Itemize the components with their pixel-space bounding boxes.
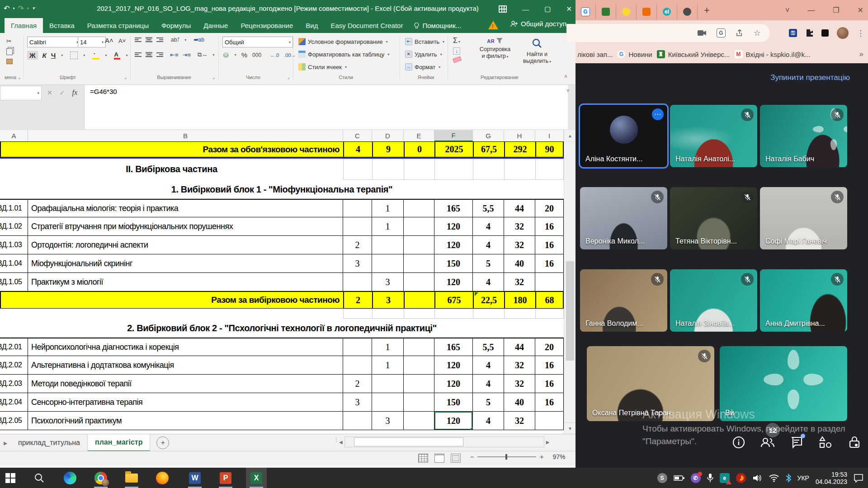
- cell-C[interactable]: [343, 273, 372, 291]
- font-name-select[interactable]: Calibri▾: [27, 37, 80, 47]
- cell-F[interactable]: 120: [434, 356, 473, 375]
- cell-H[interactable]: 44: [504, 338, 535, 356]
- cell-I[interactable]: [535, 412, 564, 430]
- cell-B[interactable]: Сенсорно-інтегративна терапія: [28, 393, 343, 412]
- browser-minimize-button[interactable]: —: [807, 6, 815, 14]
- section-title[interactable]: II. Вибіркова частина: [0, 159, 343, 180]
- cell-H[interactable]: 44: [504, 199, 535, 217]
- cell-B[interactable]: Міофункціональний скринінг: [28, 254, 343, 273]
- orientation-icon[interactable]: ab⤴: [171, 37, 179, 43]
- cell-I[interactable]: 68: [535, 292, 564, 308]
- sheet-row-10[interactable]: 2. Вибірковий блок 2 - "Псхологічні техн…: [0, 319, 564, 338]
- cancel-formula-icon[interactable]: ✕: [47, 89, 52, 96]
- tab-vstavka[interactable]: Вставка: [43, 18, 81, 33]
- cell-H[interactable]: 40: [504, 393, 535, 412]
- cell-C[interactable]: [343, 412, 372, 430]
- cell-E[interactable]: [404, 254, 434, 273]
- bookmark-item-2[interactable]: ♜Київський Універс...: [657, 50, 730, 58]
- cell-D[interactable]: [372, 254, 404, 273]
- normal-view-icon[interactable]: [418, 454, 428, 463]
- browser-menu-chevron-icon[interactable]: ˅: [785, 6, 789, 14]
- participant-tile-7[interactable]: Наталія Зіновіїв...: [670, 269, 757, 332]
- cell-D[interactable]: 3: [372, 292, 404, 308]
- page-layout-view-icon[interactable]: [434, 454, 444, 463]
- cell-C[interactable]: [343, 199, 372, 217]
- block-title[interactable]: 1. Вибірковий блок 1 - "Міофункціональна…: [0, 180, 564, 199]
- merge-center-icon[interactable]: ⧉↔: [198, 51, 208, 58]
- cell-E[interactable]: [404, 375, 434, 393]
- vertical-scroll-thumb[interactable]: [566, 261, 574, 361]
- browser-close-button[interactable]: ✕: [858, 6, 863, 14]
- format-as-table-button[interactable]: Форматировать как таблицу▾: [298, 51, 389, 58]
- fill-color-icon[interactable]: ◔: [92, 51, 99, 60]
- cell-G[interactable]: 67,5: [473, 142, 504, 157]
- sheet-row-11[interactable]: ВД.2.01Нейропсихологічна діагностика і к…: [0, 338, 564, 356]
- sheet-row-13[interactable]: ВД.2.03Методи поведінкової терапії212043…: [0, 375, 564, 393]
- column-header-I[interactable]: I: [535, 130, 564, 141]
- skype-tray-icon[interactable]: S: [657, 473, 667, 483]
- cell-G[interactable]: 4: [473, 217, 504, 236]
- align-bottom-icon[interactable]: [156, 37, 163, 43]
- cell-F[interactable]: [434, 309, 473, 319]
- insert-function-icon[interactable]: fx: [72, 89, 77, 97]
- cell-A[interactable]: ВД.1.04: [0, 254, 28, 273]
- cell-A[interactable]: ВД.1.01: [0, 199, 28, 217]
- bookmark-item-1[interactable]: GНовини: [617, 50, 652, 58]
- activities-icon[interactable]: [818, 435, 833, 450]
- block-title[interactable]: 2. Вибірковий блок 2 - "Псхологічні техн…: [0, 319, 564, 338]
- viber-tray-icon[interactable]: ✆: [691, 473, 701, 483]
- cell-H[interactable]: [504, 159, 535, 180]
- cell-H[interactable]: 32: [504, 273, 535, 291]
- align-right-icon[interactable]: [156, 52, 163, 58]
- scroll-down-icon[interactable]: ▼: [564, 422, 576, 434]
- cell-E[interactable]: [404, 236, 434, 254]
- cell-C[interactable]: 3: [343, 254, 372, 273]
- sheet-row-4[interactable]: ВД.1.02Стратегії втручання при міофункці…: [0, 217, 564, 236]
- cell-F[interactable]: [434, 159, 473, 180]
- cut-icon[interactable]: ✂: [6, 38, 13, 45]
- sheet-row-7[interactable]: ВД.1.05Практикум з міології3120432: [0, 273, 564, 291]
- antivirus-tray-icon[interactable]: e: [720, 473, 730, 483]
- cell-B[interactable]: Психологічний практикум: [28, 412, 343, 430]
- cell-E[interactable]: [404, 393, 434, 412]
- cell-C[interactable]: [343, 159, 372, 180]
- clear-icon[interactable]: [453, 56, 462, 63]
- cell-D[interactable]: 1: [372, 199, 404, 217]
- participant-tile-5[interactable]: Софі Марі Ганевіч: [760, 187, 847, 249]
- bookmark-item-3[interactable]: MВхідні - kspkio.il@k...: [735, 50, 811, 58]
- cell-I[interactable]: 20: [535, 199, 564, 217]
- cell-C[interactable]: 2: [343, 292, 372, 308]
- close-button[interactable]: ✕: [566, 5, 572, 13]
- cell-I[interactable]: 16: [535, 393, 564, 412]
- sheet-tab-plan-magistr[interactable]: план_магістр: [88, 434, 150, 451]
- column-header-B[interactable]: B: [28, 130, 343, 141]
- cell-E[interactable]: [404, 159, 434, 180]
- cell-E[interactable]: [404, 217, 434, 236]
- cell-E[interactable]: [404, 338, 434, 356]
- cell-I[interactable]: 90: [535, 142, 564, 157]
- participant-tile-4[interactable]: Тетяна Вікторівн...: [670, 187, 757, 249]
- cell-G[interactable]: 5,5: [473, 199, 504, 217]
- sheet-nav-icon[interactable]: ▸: [0, 434, 11, 451]
- address-bar[interactable]: G ☆: [566, 24, 770, 42]
- column-header-C[interactable]: C: [343, 130, 372, 141]
- scroll-left-icon[interactable]: ◀: [339, 440, 343, 445]
- sheet-tab-pryklad[interactable]: приклад_титульна: [11, 434, 88, 451]
- share-button[interactable]: Общий доступ: [510, 20, 566, 28]
- new-tab-button[interactable]: +: [704, 5, 710, 16]
- cell-C[interactable]: [343, 309, 372, 319]
- cell-F[interactable]: 120: [434, 375, 473, 393]
- cell-B[interactable]: Нейропсихологічна діагностика і корекція: [28, 338, 343, 356]
- tab-dannye[interactable]: Данные: [197, 18, 234, 33]
- browser-tab[interactable]: el: [657, 4, 677, 19]
- copy-icon[interactable]: [6, 48, 13, 55]
- cell-F[interactable]: 150: [434, 254, 473, 273]
- tile-menu-icon[interactable]: ⋯: [652, 108, 664, 120]
- cell-E[interactable]: [404, 356, 434, 375]
- cell-G[interactable]: 4: [473, 375, 504, 393]
- percent-icon[interactable]: %: [241, 51, 247, 59]
- zoom-level[interactable]: 97%: [552, 453, 565, 460]
- info-icon[interactable]: [731, 435, 746, 450]
- cell-H[interactable]: 32: [504, 236, 535, 254]
- cell-A[interactable]: ВД.2.02: [0, 356, 28, 375]
